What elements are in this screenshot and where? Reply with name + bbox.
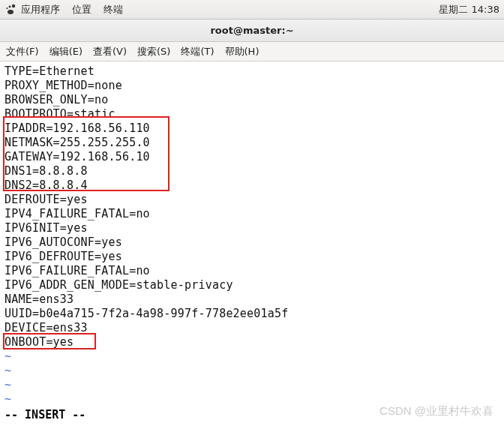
panel-applications[interactable]: 应用程序 — [21, 3, 60, 16]
svg-point-3 — [8, 10, 14, 14]
menu-file[interactable]: 文件(F) — [6, 45, 39, 58]
config-line: DNS1=8.8.8.8 — [4, 164, 500, 178]
window-title: root@master:~ — [210, 25, 293, 36]
config-line: IPV6_AUTOCONF=yes — [4, 236, 500, 250]
config-line: ONBOOT=yes — [4, 335, 500, 350]
menu-terminal[interactable]: 终端(T) — [181, 45, 214, 58]
menu-edit[interactable]: 编辑(E) — [50, 45, 82, 58]
menu-help[interactable]: 帮助(H) — [225, 45, 260, 58]
config-line: IPV6INIT=yes — [4, 221, 500, 236]
svg-point-1 — [9, 5, 11, 8]
window-titlebar[interactable]: root@master:~ — [0, 20, 504, 42]
config-line: BROWSER_ONLY=no — [4, 93, 500, 107]
svg-point-2 — [6, 7, 8, 8]
config-line: UUID=b0e4a715-7f2a-4a98-997f-778e2ee01a5… — [4, 307, 500, 321]
config-line: IPV6_DEFROUTE=yes — [4, 250, 500, 264]
config-line: GATEWAY=192.168.56.10 — [4, 150, 500, 164]
config-line: IPV4_FAILURE_FATAL=no — [4, 207, 500, 221]
vim-tilde: ~ — [4, 378, 500, 392]
config-line: DNS2=8.8.8.4 — [4, 178, 500, 193]
vim-tilde: ~ — [4, 350, 500, 364]
gnome-logo-icon — [4, 4, 16, 16]
config-line: DEFROUTE=yes — [4, 193, 500, 207]
svg-point-0 — [12, 4, 15, 7]
vim-status-line: -- INSERT -- — [0, 408, 504, 424]
vim-tilde: ~ — [4, 364, 500, 378]
config-line: IPV6_FAILURE_FATAL=no — [4, 264, 500, 278]
terminal-content[interactable]: TYPE=Ethernet PROXY_METHOD=none BROWSER_… — [0, 62, 504, 408]
config-line: IPV6_ADDR_GEN_MODE=stable-privacy — [4, 278, 500, 292]
menu-search[interactable]: 搜索(S) — [137, 45, 170, 58]
panel-terminal[interactable]: 终端 — [104, 3, 123, 16]
panel-clock: 星期二 14:38 — [439, 3, 500, 16]
config-line: DEVICE=ens33 — [4, 321, 500, 335]
config-line: BOOTPROTO=static — [4, 107, 500, 122]
desktop-top-panel: 应用程序 位置 终端 星期二 14:38 — [0, 0, 504, 20]
config-line: NETMASK=255.255.255.0 — [4, 136, 500, 150]
config-line: NAME=ens33 — [4, 292, 500, 307]
config-line: TYPE=Ethernet — [4, 64, 500, 79]
panel-places[interactable]: 位置 — [72, 3, 92, 16]
menu-view[interactable]: 查看(V) — [93, 45, 127, 58]
config-line: IPADDR=192.168.56.110 — [4, 122, 500, 136]
config-line: PROXY_METHOD=none — [4, 79, 500, 93]
vim-tilde: ~ — [4, 392, 500, 406]
terminal-menubar: 文件(F) 编辑(E) 查看(V) 搜索(S) 终端(T) 帮助(H) — [0, 42, 504, 62]
